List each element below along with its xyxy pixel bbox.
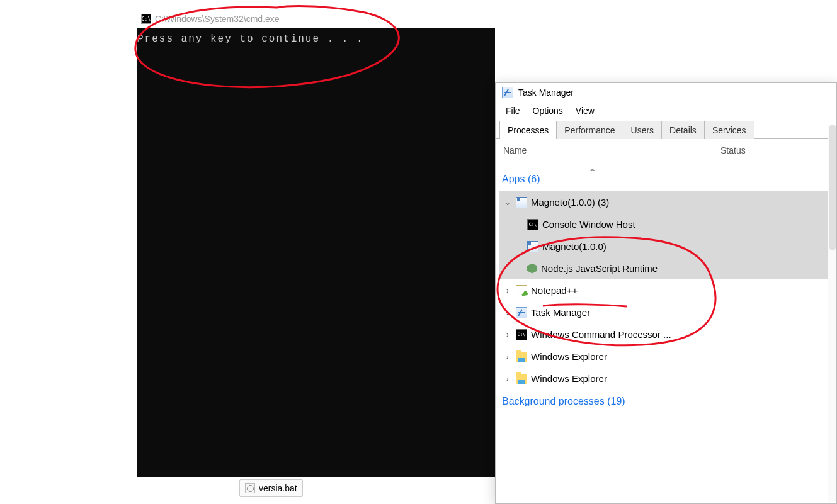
folder-icon (516, 352, 527, 362)
cmd-window: C:\ C:\Windows\System32\cmd.exe Press an… (137, 9, 495, 477)
notepadpp-icon (516, 285, 527, 296)
tab-performance[interactable]: Performance (556, 121, 623, 139)
tab-services[interactable]: Services (704, 121, 754, 139)
scrollbar-vertical[interactable] (828, 125, 836, 502)
folder-icon (516, 374, 527, 384)
process-row-windows-explorer-2[interactable]: › Windows Explorer (499, 367, 833, 389)
task-manager-titlebar[interactable]: Task Manager (496, 83, 836, 102)
process-row-windows-explorer-1[interactable]: › Windows Explorer (499, 345, 833, 367)
cmd-console-output[interactable]: Press any key to continue . . . (137, 28, 495, 477)
process-name: Node.js JavaScript Runtime (541, 263, 658, 274)
process-row-magneto-child[interactable]: Magneto(1.0.0) (499, 235, 833, 257)
task-manager-title: Task Manager (518, 87, 574, 98)
process-name: Windows Explorer (531, 373, 607, 384)
task-manager-tabs: Processes Performance Users Details Serv… (496, 120, 836, 139)
process-row-cmd-processor[interactable]: › C:\ Windows Command Processor ... (499, 323, 833, 345)
chevron-right-icon[interactable]: › (503, 308, 512, 317)
cmd-window-title: C:\Windows\System32\cmd.exe (155, 14, 280, 24)
sort-chevron-up-icon[interactable]: ⌃ (587, 167, 598, 177)
task-manager-icon (516, 307, 527, 318)
process-name: Notepad++ (531, 285, 578, 296)
cmd-icon: C:\ (516, 329, 527, 340)
process-name: Windows Explorer (531, 351, 607, 362)
taskbar-item-label: versia.bat (259, 483, 297, 493)
app-icon (527, 241, 538, 252)
process-name: Task Manager (531, 307, 590, 318)
task-manager-column-headers: Name Status (496, 139, 836, 162)
task-manager-window: Task Manager File Options View Processes… (495, 82, 837, 504)
process-row-nodejs[interactable]: Node.js JavaScript Runtime (499, 257, 833, 279)
chevron-right-icon[interactable]: › (503, 286, 512, 295)
process-row-console-window-host[interactable]: C:\ Console Window Host (499, 213, 833, 235)
cmd-titlebar[interactable]: C:\ C:\Windows\System32\cmd.exe (137, 9, 495, 28)
process-row-task-manager[interactable]: › Task Manager (499, 301, 833, 323)
tab-users[interactable]: Users (623, 121, 663, 139)
process-name: Console Window Host (542, 219, 635, 230)
task-manager-menubar: File Options View (496, 102, 836, 120)
process-name: Magneto(1.0.0) (3) (531, 197, 609, 208)
app-icon (516, 197, 527, 208)
column-header-name[interactable]: Name (503, 145, 720, 155)
chevron-right-icon[interactable]: › (503, 352, 512, 361)
menu-file[interactable]: File (499, 103, 527, 118)
chevron-down-icon[interactable]: ⌄ (503, 198, 512, 207)
chevron-right-icon[interactable]: › (503, 374, 512, 383)
process-row-notepadpp[interactable]: › Notepad++ (499, 279, 833, 301)
cmd-prompt-icon: C:\ (141, 14, 151, 24)
process-row-magneto[interactable]: ⌄ Magneto(1.0.0) (3) (499, 191, 833, 213)
menu-view[interactable]: View (569, 103, 601, 118)
batch-file-icon (245, 483, 255, 493)
chevron-right-icon[interactable]: › (503, 330, 512, 339)
tab-processes[interactable]: Processes (499, 121, 557, 139)
column-header-status[interactable]: Status (720, 145, 829, 155)
taskbar-item-versia-bat[interactable]: versia.bat (239, 479, 303, 497)
section-apps-header[interactable]: Apps (6) (499, 167, 833, 191)
section-background-header[interactable]: Background processes (19) (499, 389, 833, 413)
tab-details[interactable]: Details (661, 121, 705, 139)
task-manager-process-list: Apps (6) ⌄ Magneto(1.0.0) (3) C:\ Consol… (496, 162, 836, 418)
cmd-icon: C:\ (527, 219, 538, 230)
task-manager-icon (502, 87, 513, 98)
process-name: Magneto(1.0.0) (542, 241, 606, 252)
menu-options[interactable]: Options (527, 103, 569, 118)
process-name: Windows Command Processor ... (531, 329, 671, 340)
node-icon (527, 264, 537, 274)
